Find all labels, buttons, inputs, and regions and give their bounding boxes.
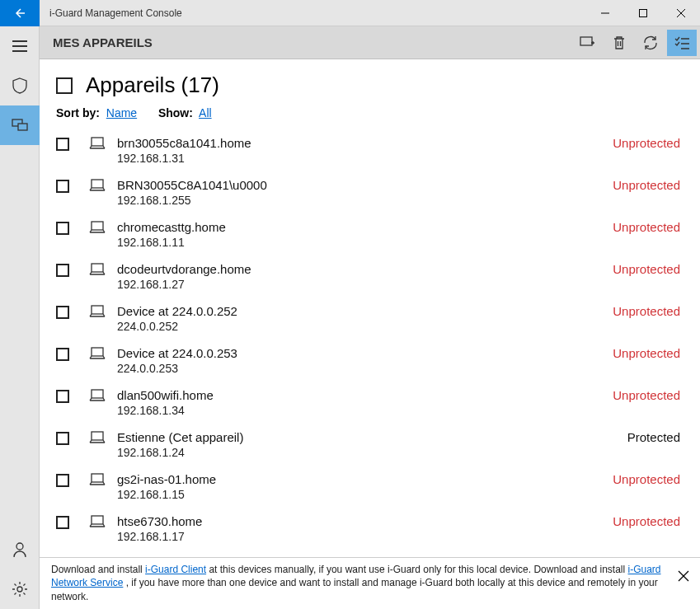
device-row[interactable]: htse6730.home192.168.1.17Unprotected: [56, 508, 693, 550]
device-status: Unprotected: [613, 346, 685, 360]
laptop-icon: [89, 179, 106, 194]
svg-rect-13: [92, 432, 103, 440]
close-window-button[interactable]: [662, 0, 700, 26]
device-ip: 192.168.1.34: [117, 404, 613, 417]
laptop-icon: [89, 221, 106, 237]
device-status: Unprotected: [613, 178, 685, 192]
svg-point-3: [16, 543, 23, 550]
back-button[interactable]: [0, 0, 40, 26]
minimize-button[interactable]: [586, 0, 624, 26]
nav-settings[interactable]: [0, 569, 40, 609]
nav-devices[interactable]: [0, 105, 40, 145]
svg-rect-9: [92, 264, 103, 272]
device-row[interactable]: gs2i-nas-01.home192.168.1.15Unprotected: [56, 466, 693, 508]
device-name: brn30055c8a1041.home: [117, 136, 613, 150]
device-status: Unprotected: [613, 220, 685, 234]
hamburger-button[interactable]: [0, 26, 40, 66]
device-checkbox[interactable]: [56, 306, 69, 319]
svg-rect-11: [92, 348, 103, 356]
select-all-checkbox[interactable]: [56, 77, 73, 94]
left-nav: [0, 26, 40, 609]
window-title: i-Guard Management Console: [40, 7, 586, 19]
svg-rect-14: [92, 474, 103, 482]
device-row[interactable]: dlan500wifi.home192.168.1.34Unprotected: [56, 382, 693, 424]
maximize-button[interactable]: [624, 0, 662, 26]
show-link[interactable]: All: [199, 106, 212, 119]
footer-text: at this devices manually, if you want us…: [206, 564, 627, 575]
device-row[interactable]: Device at 224.0.0.253224.0.0.253Unprotec…: [56, 340, 693, 382]
device-name: dlan500wifi.home: [117, 388, 613, 402]
device-status: Unprotected: [613, 388, 685, 402]
device-name: gs2i-nas-01.home: [117, 472, 613, 486]
device-row[interactable]: Estienne (Cet appareil)192.168.1.24Prote…: [56, 424, 693, 466]
device-status: Protected: [627, 430, 685, 444]
device-checkbox[interactable]: [56, 516, 69, 529]
device-status: Unprotected: [613, 472, 685, 486]
titlebar: i-Guard Management Console: [0, 0, 700, 26]
device-row[interactable]: dcodeurtvdorange.home192.168.1.27Unprote…: [56, 255, 693, 297]
device-row[interactable]: brn30055c8a1041.home192.168.1.31Unprotec…: [56, 129, 693, 171]
device-name: htse6730.home: [117, 514, 613, 528]
device-name: Device at 224.0.0.252: [117, 304, 613, 318]
footer-text: , if you have more than one device and w…: [51, 577, 658, 602]
laptop-icon: [89, 137, 106, 152]
footer-close-button[interactable]: [675, 568, 692, 584]
laptop-icon: [89, 431, 106, 447]
svg-rect-15: [92, 516, 103, 524]
laptop-icon: [89, 305, 106, 321]
device-ip: 192.168.1.11: [117, 236, 613, 249]
device-status: Unprotected: [613, 514, 685, 528]
device-status: Unprotected: [613, 304, 685, 318]
device-ip: 224.0.0.252: [117, 320, 613, 333]
device-row[interactable]: igmp.mcast.net224.0.0.22Unprotected: [56, 550, 693, 557]
install-button[interactable]: [573, 30, 603, 56]
device-checkbox[interactable]: [56, 264, 69, 277]
device-row[interactable]: Device at 224.0.0.252224.0.0.252Unprotec…: [56, 297, 693, 340]
laptop-icon: [89, 389, 106, 405]
device-ip: 224.0.0.253: [117, 362, 613, 375]
device-checkbox[interactable]: [56, 138, 69, 151]
device-name: BRN30055C8A1041\u0000: [117, 178, 613, 192]
device-checkbox[interactable]: [56, 432, 69, 445]
device-checkbox[interactable]: [56, 222, 69, 235]
device-ip: 192.168.1.15: [117, 488, 613, 501]
device-checkbox[interactable]: [56, 348, 69, 361]
show-label: Show:: [158, 106, 193, 119]
device-row[interactable]: BRN30055C8A1041\u0000192.168.1.255Unprot…: [56, 171, 693, 213]
nav-shield[interactable]: [0, 66, 40, 105]
device-ip: 192.168.1.17: [117, 530, 613, 543]
footer-link-client[interactable]: i-Guard Client: [145, 564, 206, 575]
svg-rect-6: [92, 138, 103, 146]
delete-button[interactable]: [604, 30, 634, 56]
device-checkbox[interactable]: [56, 390, 69, 403]
laptop-icon: [89, 263, 106, 279]
heading: Appareils (17): [40, 59, 700, 101]
nav-profile[interactable]: [0, 530, 40, 569]
svg-rect-0: [640, 9, 647, 16]
device-ip: 192.168.1.24: [117, 446, 627, 459]
device-status: Unprotected: [613, 262, 685, 276]
device-status: Unprotected: [613, 136, 685, 150]
device-checkbox[interactable]: [56, 180, 69, 193]
svg-rect-12: [92, 390, 103, 398]
device-row[interactable]: chromecasttg.home192.168.1.11Unprotected: [56, 213, 693, 255]
page-title: Appareils (17): [86, 73, 219, 98]
laptop-icon: [89, 473, 106, 489]
device-name: Device at 224.0.0.253: [117, 346, 613, 360]
sort-link[interactable]: Name: [106, 106, 137, 119]
device-checkbox[interactable]: [56, 474, 69, 487]
svg-rect-7: [92, 180, 103, 188]
svg-rect-5: [580, 37, 592, 45]
footer-text: Download and install: [51, 564, 145, 575]
laptop-icon: [89, 347, 106, 363]
device-list[interactable]: brn30055c8a1041.home192.168.1.31Unprotec…: [40, 129, 700, 557]
device-name: chromecasttg.home: [117, 220, 613, 234]
device-name: dcodeurtvdorange.home: [117, 262, 613, 276]
device-ip: 192.168.1.31: [117, 152, 613, 165]
refresh-button[interactable]: [636, 30, 665, 56]
device-name: Estienne (Cet appareil): [117, 430, 627, 444]
footer-notice: Download and install i-Guard Client at t…: [40, 557, 700, 609]
sort-label: Sort by:: [56, 106, 100, 119]
select-mode-button[interactable]: [667, 30, 697, 56]
toolbar: MES APPAREILS: [40, 26, 700, 59]
